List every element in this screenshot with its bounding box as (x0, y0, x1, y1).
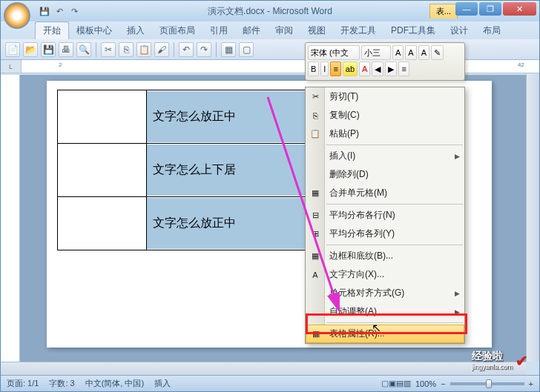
tab-template[interactable]: 模板中心 (69, 22, 119, 39)
menu-paste[interactable]: 📋粘贴(P) (306, 124, 464, 143)
rb-preview-icon[interactable]: 🔍 (76, 42, 91, 57)
tab-layout[interactable]: 布局 (475, 22, 508, 39)
ruler-corner: L (1, 60, 22, 73)
menu-distribute-rows[interactable]: ⊟平均分布各行(N) (306, 206, 464, 225)
shrink-font-button[interactable]: A (405, 45, 416, 60)
bold-button[interactable]: B (308, 62, 319, 76)
ribbon-tabs: 开始 模板中心 插入 页面布局 引用 邮件 审阅 视图 开发工具 PDF工具集 … (1, 21, 539, 39)
text-dir-icon: A (309, 269, 321, 281)
grow-font-button[interactable]: A (392, 45, 404, 60)
rb-table-icon[interactable]: ▦ (221, 42, 236, 57)
watermark-check-icon: ✔ (516, 352, 532, 368)
menu-merge-cells[interactable]: ▦合并单元格(M) (306, 184, 464, 202)
style-button[interactable]: A (418, 45, 429, 60)
menu-distribute-cols[interactable]: ⊞平均分布各列(Y) (306, 225, 464, 243)
table-cell[interactable] (58, 90, 147, 144)
decrease-indent-button[interactable]: ◀ (372, 62, 383, 76)
status-words[interactable]: 字数: 3 (49, 378, 74, 389)
menu-delete-col[interactable]: 删除列(D) (306, 165, 464, 184)
rb-undo-icon[interactable]: ↶ (179, 42, 194, 57)
borders-icon: ▦ (309, 250, 321, 262)
quick-access-toolbar: 💾 ↶ ↷ (38, 4, 81, 18)
office-button[interactable] (4, 2, 30, 29)
table-cell[interactable] (58, 197, 147, 250)
table-cell[interactable] (58, 144, 147, 197)
separator (96, 42, 96, 57)
menu-separator (326, 204, 463, 205)
tab-review[interactable]: 审阅 (268, 22, 300, 39)
dist-cols-icon: ⊞ (309, 228, 321, 240)
menu-cut[interactable]: ✂剪切(T) (306, 87, 464, 106)
rb-copy-icon[interactable]: ⎘ (119, 42, 134, 57)
tab-home[interactable]: 开始 (35, 21, 69, 39)
window-controls: — ❐ ✕ (455, 2, 536, 16)
context-menu: ✂剪切(T) ⎘复制(C) 📋粘贴(P) 插入(I)▶ 删除列(D) ▦合并单元… (305, 87, 465, 344)
zoom-level[interactable]: 100% (415, 379, 436, 388)
menu-borders[interactable]: ▦边框和底纹(B)... (306, 247, 464, 265)
ruler-vertical[interactable] (1, 75, 20, 362)
status-language[interactable]: 中文(简体, 中国) (85, 378, 144, 389)
menu-label: 合并单元格(M) (329, 187, 387, 199)
bullets-button[interactable]: ≡ (398, 62, 409, 76)
rb-new-icon[interactable]: 📄 (5, 42, 20, 57)
copy-icon: ⎘ (309, 110, 321, 122)
watermark: 经验啦 jingyanla.com ✔ (472, 350, 532, 371)
tab-references[interactable]: 引用 (202, 22, 235, 39)
menu-label: 剪切(T) (329, 90, 358, 103)
format-painter-button[interactable]: ✎ (431, 45, 444, 60)
rb-save-icon[interactable]: 💾 (41, 42, 56, 57)
tab-pdf[interactable]: PDF工具集 (383, 22, 443, 39)
menu-text-direction[interactable]: A文字方向(X)... (306, 265, 464, 284)
scrollbar-horizontal[interactable] (1, 362, 526, 375)
rb-open-icon[interactable]: 📂 (23, 42, 38, 57)
submenu-arrow-icon: ▶ (455, 153, 460, 160)
menu-label: 粘贴(P) (329, 127, 359, 140)
qat-undo-icon[interactable]: ↶ (53, 4, 66, 18)
menu-copy[interactable]: ⎘复制(C) (306, 106, 464, 124)
maximize-button[interactable]: ❐ (479, 2, 501, 16)
rb-border-icon[interactable]: ▢ (239, 42, 254, 57)
annotation-highlight-box (306, 313, 467, 334)
app-window: 💾 ↶ ↷ 演示文档.docx - Microsoft Word 表... — … (0, 0, 540, 392)
highlight-button[interactable]: ab (343, 62, 358, 76)
scrollbar-vertical[interactable] (526, 73, 539, 362)
menu-separator (326, 144, 463, 145)
tab-pagelayout[interactable]: 页面布局 (152, 22, 202, 39)
tab-developer[interactable]: 开发工具 (333, 22, 383, 39)
titlebar: 💾 ↶ ↷ 演示文档.docx - Microsoft Word 表... — … (1, 1, 539, 21)
status-page[interactable]: 页面: 1/1 (7, 378, 39, 389)
minimize-button[interactable]: — (455, 2, 478, 16)
align-center-button[interactable]: ≡ (330, 62, 340, 76)
separator (216, 42, 217, 57)
rb-brush-icon[interactable]: 🖌 (154, 42, 169, 57)
menu-label: 插入(I) (329, 150, 355, 162)
menu-label: 平均分布各行(N) (329, 209, 395, 222)
font-color-button[interactable]: A (359, 62, 370, 76)
contextual-tab[interactable]: 表... (429, 4, 458, 19)
tab-insert[interactable]: 插入 (119, 22, 152, 39)
rb-cut-icon[interactable]: ✂ (101, 42, 116, 57)
menu-separator (326, 245, 463, 245)
font-select[interactable]: 宋体 (中文 (308, 45, 360, 60)
zoom-slider[interactable] (450, 382, 524, 385)
rb-print-icon[interactable]: 🖶 (59, 42, 73, 57)
menu-label: 边框和底纹(B)... (329, 250, 393, 262)
zoom-in-button[interactable]: + (529, 379, 533, 388)
qat-redo-icon[interactable]: ↷ (68, 4, 81, 18)
increase-indent-button[interactable]: ▶ (385, 62, 397, 76)
italic-button[interactable]: I (320, 62, 329, 76)
menu-insert[interactable]: 插入(I)▶ (306, 147, 464, 165)
tab-view[interactable]: 视图 (300, 22, 333, 39)
tab-design[interactable]: 设计 (443, 22, 475, 39)
status-insert-mode[interactable]: 插入 (154, 378, 171, 389)
close-button[interactable]: ✕ (503, 2, 536, 16)
size-select[interactable]: 小三 (361, 45, 391, 60)
zoom-thumb[interactable] (486, 379, 492, 388)
rb-redo-icon[interactable]: ↷ (197, 42, 211, 57)
menu-cell-alignment[interactable]: 单元格对齐方式(G)▶ (306, 284, 464, 302)
view-buttons[interactable]: ▢▣▤▥ (381, 379, 411, 388)
rb-paste-icon[interactable]: 📋 (136, 42, 151, 57)
tab-mailings[interactable]: 邮件 (235, 22, 268, 39)
zoom-out-button[interactable]: − (441, 379, 445, 388)
qat-save-icon[interactable]: 💾 (38, 4, 51, 18)
